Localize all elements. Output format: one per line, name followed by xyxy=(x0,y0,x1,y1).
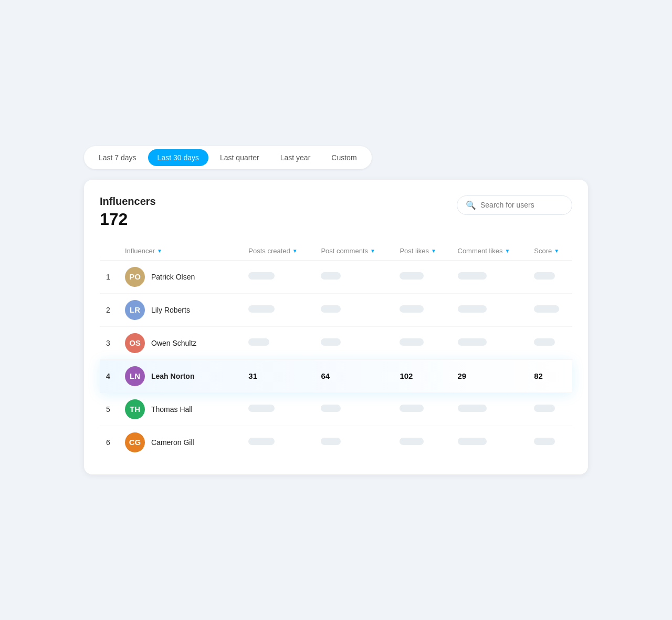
influencers-card: Influencers 172 🔍 Influencer ▼ xyxy=(84,180,588,474)
table-row: 1POPatrick Olsen xyxy=(100,260,572,293)
influencer-name: Lily Roberts xyxy=(151,306,190,314)
influencer-cell: LRLily Roberts xyxy=(119,293,242,326)
search-box[interactable]: 🔍 xyxy=(457,195,572,215)
post_likes-cell xyxy=(393,426,451,459)
placeholder-bar xyxy=(248,338,269,346)
placeholder-bar xyxy=(400,338,424,346)
placeholder-bar xyxy=(400,305,424,313)
comment_likes-cell xyxy=(452,326,528,359)
avatar: OS xyxy=(125,333,145,353)
placeholder-bar xyxy=(400,438,424,445)
period-7days[interactable]: Last 7 days xyxy=(89,149,146,166)
sort-comments[interactable]: Post comments ▼ xyxy=(321,247,375,255)
table-row: 2LRLily Roberts xyxy=(100,293,572,326)
placeholder-bar xyxy=(248,405,275,412)
sort-score[interactable]: Score ▼ xyxy=(534,247,559,255)
placeholder-bar xyxy=(400,272,424,280)
period-30days[interactable]: Last 30 days xyxy=(148,149,208,166)
col-posts-header: Posts created ▼ xyxy=(242,242,314,261)
post_comments-cell: 64 xyxy=(314,359,393,392)
influencer-cell: CGCameron Gill xyxy=(119,426,242,459)
col-clikes-header: Comment likes ▼ xyxy=(452,242,528,261)
card-header: Influencers 172 🔍 xyxy=(100,195,572,229)
comment_likes-cell: 29 xyxy=(452,359,528,392)
sort-arrow-clikes: ▼ xyxy=(505,248,510,254)
sort-clikes[interactable]: Comment likes ▼ xyxy=(458,247,510,255)
placeholder-bar xyxy=(458,305,487,313)
sort-influencer[interactable]: Influencer ▼ xyxy=(125,247,162,255)
score-cell xyxy=(528,260,572,293)
score-cell xyxy=(528,326,572,359)
table-row: 6CGCameron Gill xyxy=(100,426,572,459)
card-title-group: Influencers 172 xyxy=(100,195,156,229)
posts_created-cell xyxy=(242,260,314,293)
influencer-name: Cameron Gill xyxy=(151,438,194,447)
placeholder-bar xyxy=(458,405,487,412)
placeholder-bar xyxy=(248,272,275,280)
placeholder-bar xyxy=(534,438,555,445)
placeholder-bar xyxy=(458,438,487,445)
avatar: LN xyxy=(125,366,145,386)
sort-arrow-posts: ▼ xyxy=(292,248,298,254)
post_comments-cell xyxy=(314,392,393,426)
placeholder-bar xyxy=(458,272,487,280)
sort-likes[interactable]: Post likes ▼ xyxy=(400,247,436,255)
placeholder-bar xyxy=(458,338,487,346)
period-year[interactable]: Last year xyxy=(271,149,320,166)
influencer-cell: OSOwen Schultz xyxy=(119,326,242,359)
period-selector: Last 7 days Last 30 days Last quarter La… xyxy=(84,146,372,169)
placeholder-bar xyxy=(400,405,424,412)
sort-arrow-influencer: ▼ xyxy=(157,248,162,254)
placeholder-bar xyxy=(321,305,341,313)
posts_created-cell: 31 xyxy=(242,359,314,392)
post_comments-cell xyxy=(314,260,393,293)
table-row: 3OSOwen Schultz xyxy=(100,326,572,359)
col-likes-header: Post likes ▼ xyxy=(393,242,451,261)
card-title: Influencers xyxy=(100,195,156,208)
col-comments-header: Post comments ▼ xyxy=(314,242,393,261)
card-count: 172 xyxy=(100,210,156,229)
placeholder-bar xyxy=(534,305,559,313)
search-icon: 🔍 xyxy=(466,200,476,210)
placeholder-bar xyxy=(534,405,555,412)
rank-cell: 2 xyxy=(100,293,119,326)
comment_likes-cell xyxy=(452,392,528,426)
sort-arrow-score: ▼ xyxy=(554,248,559,254)
table-row: 4LNLeah Norton31641022982 xyxy=(100,359,572,392)
table-wrapper: Influencer ▼ Posts created ▼ xyxy=(100,242,572,459)
post_comments-cell xyxy=(314,426,393,459)
rank-cell: 4 xyxy=(100,359,119,392)
rank-cell: 6 xyxy=(100,426,119,459)
table-row: 5THThomas Hall xyxy=(100,392,572,426)
comment_likes-cell xyxy=(452,426,528,459)
period-custom[interactable]: Custom xyxy=(322,149,366,166)
post_comments-cell xyxy=(314,293,393,326)
main-container: Last 7 days Last 30 days Last quarter La… xyxy=(84,146,588,474)
influencer-table: Influencer ▼ Posts created ▼ xyxy=(100,242,572,459)
placeholder-bar xyxy=(534,272,555,280)
placeholder-bar xyxy=(321,338,341,346)
sort-arrow-comments: ▼ xyxy=(370,248,375,254)
placeholder-bar xyxy=(321,438,341,445)
influencer-cell: LNLeah Norton xyxy=(119,359,242,392)
score-cell: 82 xyxy=(528,359,572,392)
placeholder-bar xyxy=(534,338,555,346)
post_likes-cell xyxy=(393,392,451,426)
sort-posts[interactable]: Posts created ▼ xyxy=(248,247,297,255)
influencer-name: Patrick Olsen xyxy=(151,273,195,281)
avatar: CG xyxy=(125,432,145,452)
placeholder-bar xyxy=(321,272,341,280)
comment_likes-cell xyxy=(452,293,528,326)
post_likes-cell: 102 xyxy=(393,359,451,392)
influencer-name: Thomas Hall xyxy=(151,405,193,414)
rank-cell: 3 xyxy=(100,326,119,359)
col-influencer-header: Influencer ▼ xyxy=(119,242,242,261)
search-input[interactable] xyxy=(480,201,563,209)
influencer-name: Owen Schultz xyxy=(151,339,196,347)
posts_created-cell xyxy=(242,392,314,426)
score-cell xyxy=(528,392,572,426)
post_comments-cell xyxy=(314,326,393,359)
posts_created-cell xyxy=(242,426,314,459)
period-quarter[interactable]: Last quarter xyxy=(211,149,269,166)
avatar: LR xyxy=(125,300,145,320)
